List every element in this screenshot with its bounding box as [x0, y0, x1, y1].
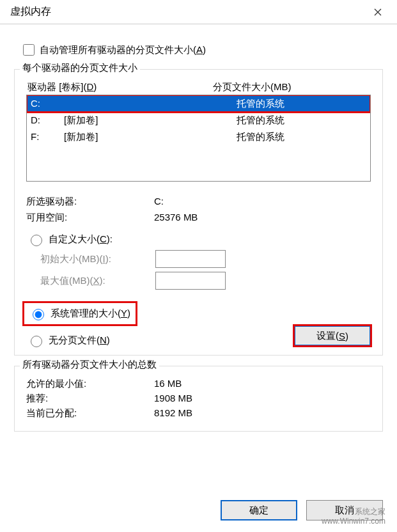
initial-size-row: 初始大小(MB)(I): [40, 250, 371, 268]
system-managed-highlight: 系统管理的大小(Y) [22, 301, 137, 326]
custom-size-label: 自定义大小(C): [49, 233, 113, 246]
dialog-content: 自动管理所有驱动器的分页文件大小(A) 每个驱动器的分页文件大小 驱动器 [卷标… [0, 24, 397, 432]
drive-paging: 托管的系统 [230, 112, 370, 129]
min-allowed-label: 允许的最小值: [26, 378, 154, 390]
drive-info: 所选驱动器: C: 可用空间: 25376 MB [26, 196, 371, 224]
initial-size-label: 初始大小(MB)(I): [40, 253, 155, 265]
close-icon[interactable] [365, 0, 391, 24]
current-alloc-label: 当前已分配: [26, 407, 154, 419]
drive-volume [64, 95, 230, 112]
system-managed-radio-input[interactable] [33, 309, 44, 320]
drive-list-header: 驱动器 [卷标](D) 分页文件大小(MB) [27, 81, 371, 93]
auto-manage-checkbox[interactable]: 自动管理所有驱动器的分页文件大小(A) [20, 42, 383, 58]
min-allowed-value: 16 MB [154, 378, 182, 390]
auto-manage-checkbox-input[interactable] [23, 44, 35, 56]
custom-size-radio[interactable]: 自定义大小(C): [27, 233, 371, 246]
recommended-value: 1908 MB [154, 393, 192, 405]
max-size-label: 最大值(MB)(X): [40, 275, 155, 287]
selected-drive-label: 所选驱动器: [26, 196, 154, 208]
max-size-input [155, 272, 226, 290]
drive-row[interactable]: C:托管的系统 [27, 95, 370, 112]
drive-list[interactable]: C:托管的系统D:[新加卷]托管的系统F:[新加卷]托管的系统 [26, 95, 371, 182]
drive-row[interactable]: F:[新加卷]托管的系统 [27, 129, 370, 145]
totals-groupbox: 所有驱动器分页文件大小的总数 允许的最小值: 16 MB 推荐: 1908 MB… [14, 366, 383, 432]
window-title: 虚拟内存 [10, 5, 365, 19]
initial-size-input [155, 250, 226, 268]
drive-volume: [新加卷] [64, 112, 230, 129]
recommended-label: 推荐: [26, 393, 154, 405]
drives-group-legend: 每个驱动器的分页文件大小 [20, 62, 140, 74]
selected-drive-value: C: [154, 196, 164, 208]
system-managed-radio[interactable]: 系统管理的大小(Y) [29, 307, 130, 320]
no-paging-radio-input[interactable] [31, 336, 42, 347]
custom-size-radio-input[interactable] [31, 235, 42, 246]
drive-row[interactable]: D:[新加卷]托管的系统 [27, 112, 370, 129]
auto-manage-label: 自动管理所有驱动器的分页文件大小(A) [40, 44, 206, 56]
drive-paging: 托管的系统 [230, 95, 370, 112]
titlebar: 虚拟内存 [0, 0, 397, 24]
ok-button[interactable]: 确定 [221, 500, 297, 520]
drive-letter: D: [27, 112, 64, 129]
max-size-row: 最大值(MB)(X): [40, 272, 371, 290]
drives-groupbox: 每个驱动器的分页文件大小 驱动器 [卷标](D) 分页文件大小(MB) C:托管… [14, 69, 383, 356]
free-space-value: 25376 MB [154, 212, 198, 224]
no-paging-label: 无分页文件(N) [49, 334, 110, 347]
totals-group-legend: 所有驱动器分页文件大小的总数 [20, 359, 159, 371]
header-paging: 分页文件大小(MB) [213, 81, 371, 93]
drive-paging: 托管的系统 [230, 129, 370, 145]
drive-letter: C: [27, 95, 64, 112]
current-alloc-value: 8192 MB [154, 407, 192, 419]
system-managed-label: 系统管理的大小(Y) [51, 308, 130, 320]
header-drive: 驱动器 [卷标](D) [27, 81, 213, 93]
free-space-label: 可用空间: [26, 212, 154, 224]
drive-volume: [新加卷] [64, 129, 230, 145]
set-button[interactable]: 设置(S) [294, 325, 371, 346]
drive-letter: F: [27, 129, 64, 145]
cancel-button[interactable]: 取消 [306, 500, 383, 520]
dialog-buttons: 确定 取消 [221, 500, 383, 520]
